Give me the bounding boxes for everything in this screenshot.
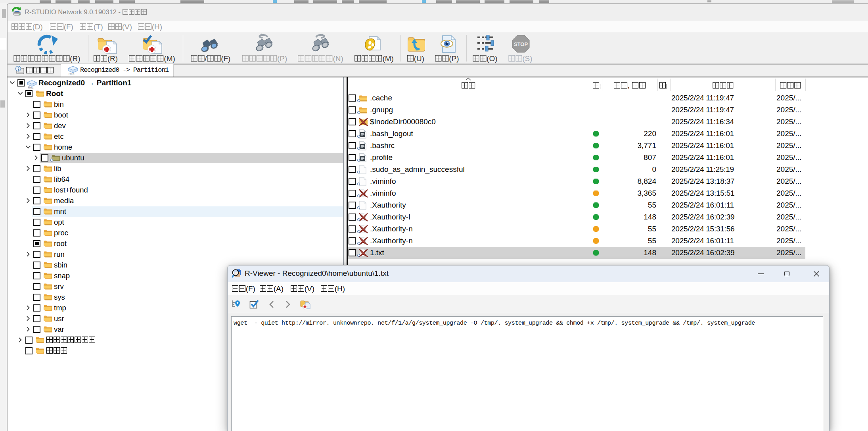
svg-text:Rec.: Rec. (28, 86, 34, 89)
svg-text:Rec.: Rec. (69, 72, 75, 75)
svg-text:STOP: STOP (514, 41, 528, 47)
